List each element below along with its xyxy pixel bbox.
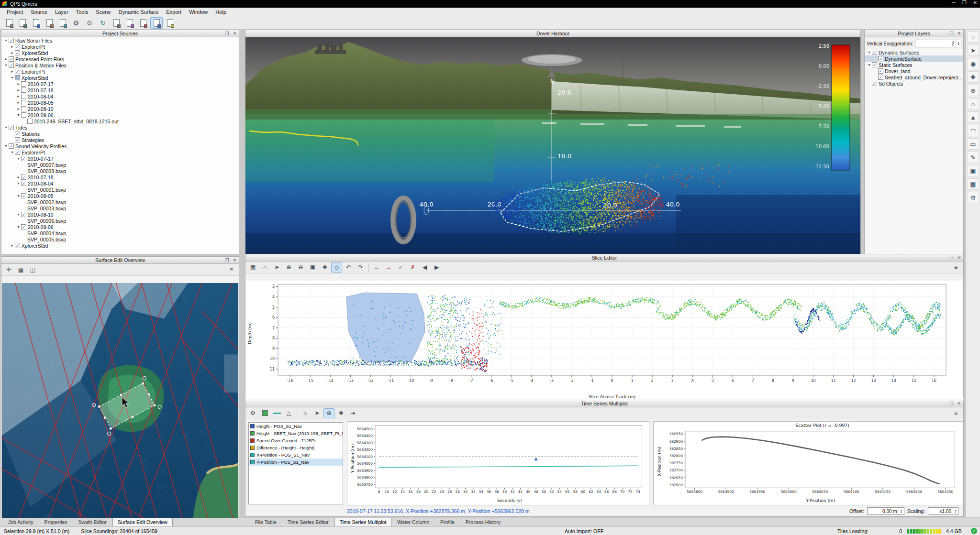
tree-checkbox[interactable]: ✓ — [15, 137, 20, 142]
tree-checkbox[interactable]: ✓ — [872, 81, 877, 86]
reject-outside-button[interactable]: ← — [371, 262, 382, 273]
menu-export[interactable]: Export — [162, 9, 185, 15]
source-item[interactable]: ▾✓ExplorerPt — [1, 149, 239, 155]
tree-checkbox[interactable]: ✓ — [878, 56, 883, 61]
close-panel-icon[interactable]: ✕ — [956, 255, 962, 261]
source-item[interactable]: SVP_00001.bsvp — [1, 186, 239, 193]
tree-checkbox[interactable] — [21, 106, 26, 111]
close-panel-icon[interactable]: ✕ — [232, 31, 238, 36]
tree-checkbox[interactable] — [21, 87, 26, 93]
source-item[interactable]: ▸✓2010-07-18 — [1, 174, 239, 180]
expand-arrow-icon[interactable]: ▾ — [16, 194, 21, 198]
source-item[interactable]: SVP_00004.bsvp — [1, 230, 239, 236]
zoom-out-button[interactable]: ⊖ — [295, 262, 306, 273]
zoom-window-button[interactable]: ▣ — [307, 262, 318, 273]
maximize-button[interactable]: ❐ — [962, 0, 967, 5]
tab-swath-editor[interactable]: Swath Editor — [73, 518, 112, 526]
source-item[interactable]: ▸✓ExplorerPt — [1, 68, 239, 75]
select-cursor-button[interactable]: ➤ — [312, 408, 323, 418]
fit-view-button[interactable]: ✛ — [3, 265, 14, 275]
tree-checkbox[interactable]: ✓ — [21, 175, 26, 180]
tree-checkbox[interactable] — [21, 112, 26, 118]
source-item[interactable]: ▾✓Raw Sonar Files — [1, 37, 239, 44]
tab-time-series-editor[interactable]: Time Series Editor — [282, 518, 334, 526]
slice-plot[interactable]: Depth (m) Slice Across Track (m) 3456789… — [245, 281, 963, 404]
select-cursor-button[interactable]: ➤ — [271, 262, 282, 273]
source-item[interactable]: ▸2010-07-17 — [1, 81, 239, 87]
tab-job-activity[interactable]: Job Activity — [3, 518, 39, 526]
expand-arrow-icon[interactable]: ▾ — [16, 156, 21, 161]
tree-checkbox[interactable]: ✓ — [21, 181, 26, 186]
next-slice-button[interactable]: ▶ — [431, 262, 442, 273]
tree-checkbox[interactable]: ✓ — [21, 193, 26, 198]
line-style-button[interactable] — [271, 408, 282, 418]
expand-arrow-icon[interactable]: ▸ — [10, 243, 15, 248]
tree-checkbox[interactable]: ✓ — [9, 143, 14, 149]
expand-arrow-icon[interactable]: ▸ — [16, 88, 21, 92]
minimize-button[interactable]: ─ — [952, 0, 956, 5]
legend-item[interactable]: Y-Position - POS_S1_Nav — [249, 459, 343, 466]
expand-arrow-icon[interactable]: ▸ — [16, 82, 21, 86]
source-item[interactable]: SVP_00002.bsvp — [1, 199, 239, 205]
tab-water-column[interactable]: Water Column — [392, 518, 434, 526]
tree-checkbox[interactable]: ✓ — [878, 68, 883, 74]
source-item[interactable]: SVP_00007.bsvp — [1, 162, 239, 168]
zoom-tool-button[interactable]: ⊕ — [323, 408, 334, 418]
panel-menu-button[interactable]: ≡ — [226, 265, 237, 275]
layer-item[interactable]: ✓Dover_land — [865, 68, 963, 74]
expand-arrow-icon[interactable]: ▸ — [10, 51, 15, 55]
menu-window[interactable]: Window — [185, 9, 212, 15]
accept-soundings-button[interactable]: ✓ — [395, 262, 406, 273]
slice-selection-polygon[interactable] — [346, 293, 425, 362]
scene-3d-header[interactable]: Dover Harbour — [245, 30, 860, 37]
filter-soundings-button[interactable] — [123, 17, 136, 29]
float-panel-icon[interactable]: ❐ — [224, 31, 230, 36]
polygon-select-button[interactable]: ◇ — [331, 262, 342, 273]
auto-reprocess-button[interactable]: ↻ — [97, 17, 109, 29]
layer-item[interactable]: ▾✓Dynamic Surfaces — [865, 49, 963, 55]
add-raw-sonar-files-button[interactable] — [30, 17, 42, 29]
legend-item[interactable]: Speed Over Ground - 7125Pt — [249, 437, 343, 444]
tree-checkbox[interactable] — [21, 81, 26, 87]
source-item[interactable]: ▾✓Tides — [1, 124, 239, 131]
source-item[interactable]: ▸✓XplorerStbd — [1, 50, 239, 56]
tree-checkbox[interactable]: ✓ — [15, 131, 20, 136]
tree-checkbox[interactable]: ✓ — [15, 243, 20, 248]
tree-checkbox[interactable]: ✓ — [9, 125, 14, 130]
grid-toggle-button[interactable]: ▦ — [15, 265, 26, 275]
close-panel-icon[interactable]: ✕ — [956, 31, 962, 36]
slice-editor-header[interactable]: Slice Editor ❐ ✕ — [245, 254, 963, 262]
position-time-plot[interactable]: Y-Position (m) Seconds (s) 5663700566380… — [347, 421, 649, 505]
float-panel-icon[interactable]: ❐ — [948, 255, 955, 261]
layer-item[interactable]: ✓Seabed_around_Dover-reprojected — [865, 74, 963, 80]
home-view-button[interactable]: ⌂ — [300, 408, 311, 418]
expand-arrow-icon[interactable]: ▾ — [16, 113, 21, 117]
plot-settings-button[interactable]: ⚙ — [247, 408, 258, 418]
legend-item[interactable]: Difference - (Height - Height) — [249, 444, 343, 451]
source-item[interactable]: ✓Stations — [1, 131, 239, 137]
expand-arrow-icon[interactable]: ▾ — [867, 63, 872, 67]
measure-tool-button[interactable]: ◠ — [968, 125, 979, 136]
legend-item[interactable]: X-Position - POS_S1_Nav — [249, 451, 343, 459]
tree-checkbox[interactable]: ✓ — [872, 50, 877, 55]
panel-menu-button[interactable]: ≡ — [950, 408, 961, 418]
add-processed-files-button[interactable] — [43, 17, 56, 29]
processing-settings-button[interactable]: ⚙ — [70, 17, 82, 29]
tree-checkbox[interactable]: ✓ — [15, 50, 20, 55]
spinner-arrows-icon[interactable]: ▲▼ — [953, 508, 958, 514]
expand-arrow-icon[interactable]: ▾ — [867, 50, 872, 55]
tree-checkbox[interactable]: ✓ — [15, 150, 20, 155]
legend-item[interactable]: Height - POS_S1_Nav — [249, 423, 343, 430]
source-item[interactable]: ▸✓ExplorerPt — [1, 44, 239, 50]
tab-file-table[interactable]: File Table — [250, 518, 282, 526]
tree-checkbox[interactable] — [21, 100, 26, 105]
profile-tool-button[interactable]: ▭ — [968, 138, 979, 150]
float-panel-icon[interactable]: ❐ — [224, 257, 230, 263]
batch-processing-button[interactable]: ⚙ — [83, 17, 96, 29]
scene-3d-viewport[interactable]: N 20.0 10.0 40.0 20.0 20.0 40.0 2.500.00… — [245, 37, 860, 254]
expand-arrow-icon[interactable]: ▾ — [10, 150, 15, 154]
tree-checkbox[interactable]: ✓ — [15, 44, 20, 49]
select-tool-button[interactable]: ➤ — [968, 44, 979, 56]
export-data-button[interactable] — [110, 17, 122, 29]
surface-report-button[interactable] — [164, 17, 176, 29]
